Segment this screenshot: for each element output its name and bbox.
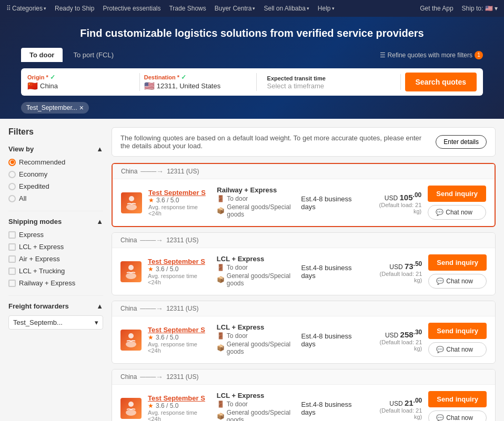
filter-expedited[interactable]: Expedited	[8, 182, 103, 190]
shipping-modes-header[interactable]: Shipping modes ▲	[8, 218, 103, 225]
nav-sell[interactable]: Sell on Alibaba ▾	[264, 5, 309, 12]
filters-sidebar: Filters View by ▲ Recommended Economy Ex…	[8, 127, 103, 421]
company-rating-3: ★ 3.6 / 5.0	[148, 334, 210, 341]
price-4: USD 21.00	[370, 397, 422, 407]
send-inquiry-btn-2[interactable]: Send inquiry	[428, 254, 487, 271]
goods-type-4: 📦 General goods/Special goods	[217, 409, 295, 421]
quote-route-4: China ───→ 12311 (US)	[112, 369, 495, 385]
shipping-mode-1: Railway + Express	[217, 186, 295, 194]
shipping-info-1: Railway + Express 🚪 To door 📦 General go…	[217, 186, 295, 219]
checkbox-lcl-trucking	[8, 268, 16, 275]
view-by-section: View by ▲ Recommended Economy Expedited …	[8, 145, 103, 202]
nav-buyer-centra[interactable]: Buyer Centra ▾	[215, 5, 256, 12]
chat-now-btn-3[interactable]: 💬 Chat now	[428, 342, 487, 357]
price-section-3: USD 258.30 (Default load: 21 kg)	[370, 328, 422, 352]
destination-field[interactable]: Destination * ✓ 🇺🇸 12311, United States	[144, 73, 257, 91]
star-icon: ★	[148, 197, 154, 204]
quotes-list: China ───→ 12311 (US) Test September S ★…	[112, 163, 496, 421]
actions-4: Send inquiry 💬 Chat now	[428, 391, 487, 421]
nav-help[interactable]: Help ▾	[318, 5, 335, 12]
forwarder-dropdown[interactable]: Test_Septemb... ▾	[8, 315, 103, 330]
transit-time-field[interactable]: Expected transit time Select a timeframe	[261, 74, 401, 90]
view-by-header[interactable]: View by ▲	[8, 145, 103, 153]
goods-type-3: 📦 General goods/Special goods	[217, 341, 295, 355]
chat-icon-4: 💬	[436, 414, 444, 421]
response-time-1: Avg. response time <24h	[148, 204, 210, 217]
mode-lcl-express[interactable]: LCL + Express	[8, 243, 103, 251]
chat-now-btn-2[interactable]: 💬 Chat now	[428, 274, 487, 289]
quote-card-3: China ───→ 12311 (US) Test September S ★…	[112, 301, 496, 364]
tab-to-door[interactable]: To door	[21, 48, 63, 62]
chevron-sell: ▾	[307, 6, 309, 11]
response-time-4: Avg. response time <24h	[148, 409, 210, 421]
origin-value: China	[40, 82, 58, 90]
radio-recommended	[8, 159, 16, 166]
transit-estimate-2: Est.4-8 business days	[301, 264, 364, 280]
company-info-3: Test September S ★ 3.6 / 5.0 Avg. respon…	[148, 326, 210, 354]
tag-close-icon[interactable]: ×	[79, 104, 84, 112]
tab-to-port[interactable]: To port (FCL)	[65, 48, 122, 62]
svg-point-7	[126, 409, 136, 416]
get-the-app[interactable]: Get the App	[420, 5, 453, 12]
company-logo-4	[120, 398, 142, 419]
checkbox-lcl-express	[8, 243, 16, 251]
nav-protective[interactable]: Protective essentials	[103, 5, 160, 12]
delivery-type-1: 🚪 To door	[217, 195, 295, 202]
door-icon: 🚪	[217, 332, 225, 340]
actions-3: Send inquiry 💬 Chat now	[428, 323, 487, 357]
filter-economy[interactable]: Economy	[8, 170, 103, 178]
send-inquiry-btn-4[interactable]: Send inquiry	[428, 391, 487, 407]
route-arrow-3: ───→	[140, 304, 163, 313]
refine-quotes-btn[interactable]: ☰ Refine quotes with more filters 1	[380, 51, 483, 59]
search-quotes-button[interactable]: Search quotes	[405, 73, 477, 91]
company-name-4[interactable]: Test September S	[148, 394, 210, 402]
filter-icon: ☰	[380, 52, 386, 59]
nav-trade-shows[interactable]: Trade Shows	[169, 5, 206, 12]
response-time-3: Avg. response time <24h	[148, 341, 210, 354]
filter-tag[interactable]: Test_September... ×	[21, 102, 89, 114]
origin-flag: 🇨🇳	[27, 81, 38, 91]
company-name-2[interactable]: Test September S	[148, 258, 210, 265]
quote-card-1: China ───→ 12311 (US) Test September S ★…	[112, 163, 496, 227]
chat-now-btn-1[interactable]: 💬 Chat now	[428, 205, 486, 220]
door-icon: 🚪	[217, 195, 225, 202]
mode-air-express[interactable]: Air + Express	[8, 255, 103, 263]
box-icon: 📦	[217, 207, 225, 214]
mode-lcl-trucking[interactable]: LCL + Trucking	[8, 267, 103, 275]
shipping-info-4: LCL + Express 🚪 To door 📦 General goods/…	[217, 392, 295, 421]
nav-ready-to-ship[interactable]: Ready to Ship	[55, 5, 94, 12]
chevron-up-icon-3: ▲	[96, 302, 103, 310]
chevron-buyer: ▾	[253, 6, 255, 11]
chevron-categories: ▾	[44, 6, 46, 11]
nav-categories[interactable]: ⠿ Categories ▾	[6, 5, 46, 12]
star-icon: ★	[148, 402, 154, 409]
price-section-4: USD 21.00 (Default load: 21 kg)	[370, 397, 422, 420]
quote-card-2: China ───→ 12311 (US) Test September S ★…	[112, 232, 496, 295]
mode-express[interactable]: Express	[8, 231, 103, 239]
search-bar: Origin * ✓ 🇨🇳 China Destination * ✓ 🇺🇸 1…	[21, 68, 483, 96]
ship-to[interactable]: Ship to: 🇺🇸 ▾	[462, 5, 498, 12]
chat-icon-1: 💬	[436, 209, 443, 216]
origin-field[interactable]: Origin * ✓ 🇨🇳 China	[27, 73, 140, 91]
door-icon: 🚪	[217, 401, 225, 408]
company-name-3[interactable]: Test September S	[148, 326, 210, 334]
top-navigation: ⠿ Categories ▾ Ready to Ship Protective …	[0, 0, 504, 17]
freight-forwarders-header[interactable]: Freight forwarders ▲	[8, 302, 103, 310]
company-name-1[interactable]: Test September S	[148, 189, 210, 197]
origin-check-icon: ✓	[50, 74, 55, 81]
refine-badge: 1	[475, 51, 483, 59]
delivery-type-3: 🚪 To door	[217, 332, 295, 340]
enter-details-button[interactable]: Enter details	[436, 135, 487, 149]
chat-now-btn-4[interactable]: 💬 Chat now	[428, 410, 487, 421]
send-inquiry-btn-1[interactable]: Send inquiry	[428, 186, 486, 202]
filter-recommended[interactable]: Recommended	[8, 158, 103, 166]
default-load-1: (Default load: 21 kg)	[370, 202, 422, 214]
radio-economy	[8, 171, 16, 178]
send-inquiry-btn-3[interactable]: Send inquiry	[428, 323, 487, 339]
company-logo-1	[121, 192, 142, 213]
price-1: USD 105.00	[370, 191, 422, 202]
mode-railway[interactable]: Railway + Express	[8, 279, 103, 287]
shipping-modes-section: Shipping modes ▲ Express LCL + Express A…	[8, 218, 103, 287]
filter-all[interactable]: All	[8, 194, 103, 202]
star-icon: ★	[148, 265, 154, 273]
